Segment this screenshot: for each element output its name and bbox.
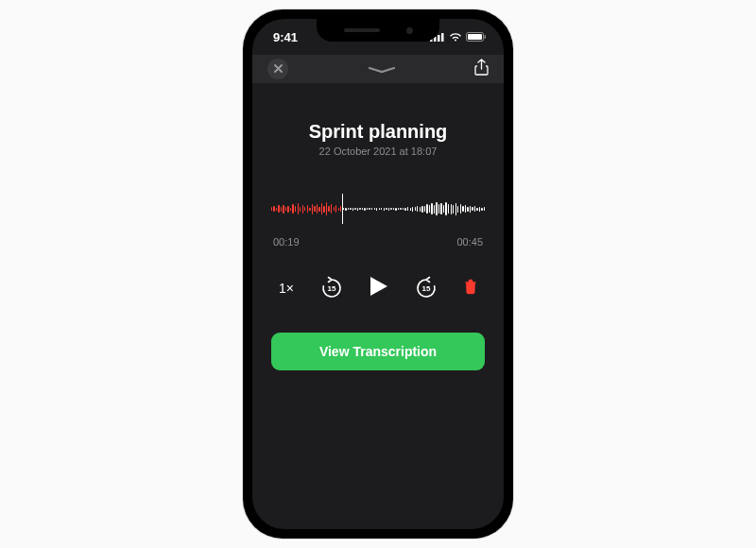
skip-back-button[interactable]: 15 xyxy=(319,276,344,300)
skip-forward-button[interactable]: 15 xyxy=(414,276,438,300)
recording-title: Sprint planning xyxy=(271,121,485,143)
svg-rect-2 xyxy=(438,35,440,42)
chevron-down-icon xyxy=(368,66,396,74)
waveform-scrubber[interactable] xyxy=(271,195,485,223)
wifi-icon xyxy=(449,32,462,42)
close-button[interactable] xyxy=(267,59,288,79)
sheet-header xyxy=(252,55,504,83)
time-duration: 00:45 xyxy=(456,236,483,248)
view-transcription-button[interactable]: View Transcription xyxy=(271,333,485,370)
svg-rect-6 xyxy=(485,35,487,39)
playback-speed-button[interactable]: 1× xyxy=(279,281,294,296)
close-icon xyxy=(274,64,283,73)
battery-icon xyxy=(466,32,487,42)
play-icon xyxy=(369,276,388,297)
time-elapsed: 00:19 xyxy=(273,236,300,248)
svg-rect-5 xyxy=(468,34,482,40)
skip-forward-amount: 15 xyxy=(422,284,431,293)
share-button[interactable] xyxy=(474,59,489,79)
sheet-grabber[interactable] xyxy=(368,60,396,77)
status-time: 9:41 xyxy=(273,30,298,44)
playhead[interactable] xyxy=(342,194,344,224)
play-button[interactable] xyxy=(369,276,388,300)
skip-back-amount: 15 xyxy=(328,284,336,293)
svg-rect-3 xyxy=(441,33,444,42)
share-icon xyxy=(474,59,489,76)
recording-date: 22 October 2021 at 18:07 xyxy=(271,146,485,157)
delete-button[interactable] xyxy=(464,279,477,299)
trash-icon xyxy=(464,279,477,295)
